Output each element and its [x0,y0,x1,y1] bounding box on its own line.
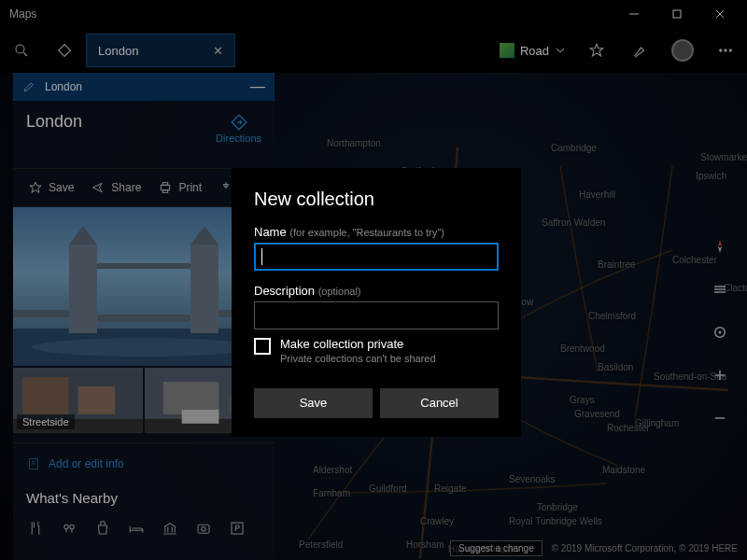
text-caret [261,248,262,265]
private-checkbox[interactable] [254,338,271,355]
dialog-title: New collection [254,189,499,210]
new-collection-dialog: New collection Name (for example, "Resta… [232,168,521,437]
dialog-cancel-button[interactable]: Cancel [380,388,499,418]
name-field-label: Name (for example, "Restaurants to try") [254,225,499,239]
private-checkbox-sublabel: Private collections can't be shared [280,353,436,364]
description-field-label: Description (optional) [254,284,499,298]
description-input[interactable] [254,301,499,329]
name-input[interactable] [254,243,499,271]
dialog-save-button[interactable]: Save [254,388,373,418]
private-checkbox-label: Make collection private [280,337,436,353]
